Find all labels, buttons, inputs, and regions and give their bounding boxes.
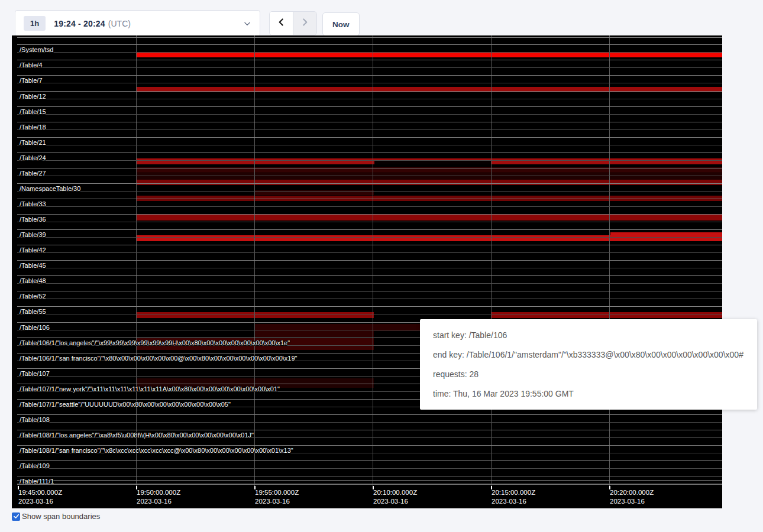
hover-tooltip: start key: /Table/106 end key: /Table/10… — [420, 319, 757, 410]
heat-band[interactable] — [136, 312, 374, 318]
time-nav-group — [269, 11, 317, 35]
row-label: /Table/39 — [20, 231, 46, 238]
row-label: /Table/18 — [20, 124, 46, 131]
span-boundary-line — [17, 183, 722, 184]
axis-tick-label: 19:45:00.000Z2023-03-16 — [18, 488, 62, 506]
row-label: /Table/106/1/"san francisco"/"\x80\x00\x… — [20, 355, 298, 362]
span-boundary-line — [17, 114, 722, 115]
heat-band[interactable] — [136, 173, 722, 180]
row-label: /NamespaceTable/30 — [20, 185, 80, 192]
span-boundary-line — [17, 306, 722, 307]
key-visualizer-heatmap[interactable]: /System/tsd/Table/4/Table/7/Table/12/Tab… — [12, 35, 722, 486]
heat-band[interactable] — [136, 180, 722, 185]
span-boundary-line — [17, 445, 722, 446]
footer-controls: Show span boundaries — [12, 512, 100, 521]
span-boundary-line — [17, 414, 722, 415]
row-label: /Table/111/1 — [20, 478, 54, 485]
axis-tick-label: 20:20:00.000Z2023-03-16 — [610, 488, 654, 506]
span-boundary-line — [17, 67, 722, 68]
show-span-boundaries-checkbox[interactable] — [12, 512, 20, 521]
span-boundary-line — [17, 245, 722, 245]
span-boundary-line — [17, 176, 722, 176]
span-boundary-line — [17, 153, 722, 153]
span-boundary-line — [17, 283, 722, 284]
chevron-left-icon — [277, 18, 286, 29]
span-boundary-line — [17, 222, 722, 222]
row-label: /Table/52 — [20, 293, 46, 300]
span-boundary-line — [17, 52, 722, 53]
span-boundary-line — [17, 252, 722, 253]
span-boundary-line — [17, 37, 722, 38]
span-boundary-line — [17, 137, 722, 138]
heat-band[interactable] — [136, 215, 722, 220]
heat-band[interactable] — [254, 324, 374, 337]
row-label: /Table/108/1/"los angeles"/"\xa8\xf5\u00… — [20, 432, 254, 439]
heat-band[interactable] — [374, 160, 491, 164]
span-boundary-line — [17, 275, 722, 276]
span-boundary-line — [17, 214, 722, 215]
checkmark-icon — [13, 511, 20, 522]
span-boundary-line — [17, 229, 722, 230]
prev-time-button[interactable] — [270, 12, 293, 35]
heat-band[interactable] — [491, 312, 722, 318]
row-label: /Table/45 — [20, 262, 46, 269]
time-axis: 19:45:00.000Z2023-03-1619:50:00.000Z2023… — [12, 486, 722, 508]
axis-tick-label: 19:50:00.000Z2023-03-16 — [137, 488, 180, 506]
row-label: /System/tsd — [20, 46, 53, 53]
row-label: /Table/24 — [20, 154, 46, 161]
show-span-boundaries-label[interactable]: Show span boundaries — [22, 512, 100, 521]
tooltip-time: time: Thu, 16 Mar 2023 19:55:00 GMT — [433, 389, 744, 398]
span-boundary-line — [17, 145, 722, 145]
row-label: /Table/21 — [20, 139, 46, 146]
next-time-button[interactable] — [293, 12, 316, 35]
row-label: /Table/12 — [20, 93, 46, 100]
span-boundary-line — [17, 476, 722, 476]
key-visualizer[interactable]: /System/tsd/Table/4/Table/7/Table/12/Tab… — [12, 35, 722, 508]
toolbar: 1h 19:24 - 20:24 (UTC) Now — [0, 0, 763, 35]
span-boundary-line — [17, 484, 722, 484]
span-boundary-line — [17, 91, 722, 92]
row-label: /Table/109 — [20, 462, 50, 469]
span-boundary-line — [17, 75, 722, 76]
span-boundary-line — [17, 191, 722, 192]
row-label: /Table/15 — [20, 108, 46, 115]
span-boundary-line — [17, 468, 722, 469]
span-boundary-line — [17, 260, 722, 261]
heat-band[interactable] — [136, 87, 722, 92]
span-boundary-line — [17, 106, 722, 107]
span-boundary-line — [17, 268, 722, 268]
time-window-badge: 1h — [24, 16, 46, 31]
chevron-down-icon — [243, 20, 251, 28]
row-label: /Table/7 — [20, 77, 43, 84]
axis-tick-label: 20:15:00.000Z2023-03-16 — [492, 488, 535, 506]
now-button[interactable]: Now — [322, 12, 360, 36]
tooltip-end-key: end key: /Table/106/1/"amsterdam"/"\xb33… — [433, 350, 744, 359]
timezone-text: (UTC) — [108, 19, 131, 28]
span-boundary-line — [17, 122, 722, 122]
time-range-selector[interactable]: 1h 19:24 - 20:24 (UTC) — [15, 10, 260, 37]
axis-tick-label: 20:10:00.000Z2023-03-16 — [373, 488, 417, 506]
row-label: /Table/106/1/"los angeles"/"\x99\x99\x99… — [20, 339, 290, 346]
row-label: /Table/108/1/"san francisco"/"\x8c\xcc\x… — [20, 447, 293, 454]
heat-band[interactable] — [136, 52, 722, 57]
row-label: /Table/33 — [20, 200, 46, 207]
row-label: /Table/107 — [20, 370, 50, 377]
row-label: /Table/48 — [20, 277, 46, 284]
span-boundary-line — [17, 314, 722, 314]
span-boundary-line — [17, 168, 722, 168]
row-label: /Table/36 — [20, 216, 46, 223]
tooltip-requests: requests: 28 — [433, 369, 744, 379]
row-label: /Table/55 — [20, 308, 46, 315]
heat-band[interactable] — [136, 235, 722, 241]
axis-tick-label: 19:55:00.000Z2023-03-16 — [255, 488, 299, 506]
chevron-right-icon — [300, 18, 309, 29]
tooltip-start-key: start key: /Table/106 — [433, 330, 744, 340]
span-boundary-line — [17, 44, 722, 45]
span-boundary-line — [17, 430, 722, 430]
span-boundary-line — [17, 199, 722, 199]
span-boundary-line — [17, 206, 722, 207]
row-label: /Table/4 — [20, 61, 43, 69]
span-boundary-line — [17, 460, 722, 461]
span-boundary-line — [17, 129, 722, 130]
span-boundary-line — [17, 160, 722, 161]
